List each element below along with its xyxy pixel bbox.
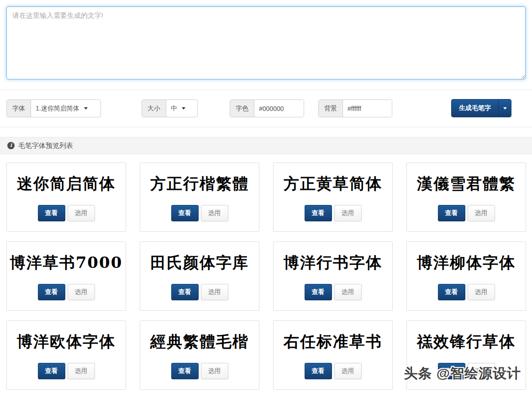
view-button[interactable]: 查看 xyxy=(171,363,199,379)
card-actions: 查看 选用 xyxy=(7,363,126,379)
view-button[interactable]: 查看 xyxy=(305,284,332,300)
font-preview-text: 方正行楷繁體 xyxy=(140,163,259,205)
font-preview-text: 漢儀雪君體繁 xyxy=(407,163,526,205)
size-select-group: 大小 中 xyxy=(142,100,198,117)
font-color-input[interactable] xyxy=(259,105,299,112)
font-card: 博洋行书字体 查看 选用 xyxy=(273,241,393,311)
font-card: 經典繁體毛楷 查看 选用 xyxy=(140,320,259,390)
font-card: 漢儀雪君體繁 查看 选用 xyxy=(406,162,526,232)
font-preview-text: 博洋欧体字体 xyxy=(7,321,126,363)
caret-down-icon xyxy=(182,107,185,110)
generate-split-button[interactable]: 生成毛笔字 xyxy=(451,99,511,117)
select-button[interactable]: 选用 xyxy=(201,284,228,300)
card-actions: 查看 选用 xyxy=(274,205,392,221)
view-button[interactable]: 查看 xyxy=(171,205,199,221)
view-button[interactable]: 查看 xyxy=(38,205,65,221)
card-actions: 查看 选用 xyxy=(407,205,526,221)
view-button[interactable]: 查看 xyxy=(438,205,465,221)
view-button[interactable]: 查看 xyxy=(438,284,465,300)
font-select-group: 字体 1.迷你简启简体 xyxy=(6,100,101,117)
generate-dropdown-toggle[interactable] xyxy=(498,100,511,117)
size-select[interactable]: 中 xyxy=(166,100,190,117)
card-actions: 查看 选用 xyxy=(7,284,126,300)
font-card: 方正行楷繁體 查看 选用 xyxy=(140,162,259,232)
select-button[interactable]: 选用 xyxy=(334,363,362,379)
view-button[interactable]: 查看 xyxy=(305,205,332,221)
font-select-value: 1.迷你简启简体 xyxy=(36,105,79,113)
view-button[interactable]: 查看 xyxy=(38,363,65,379)
font-preview-text: 博洋柳体字体 xyxy=(407,242,526,284)
card-actions: 查看 选用 xyxy=(274,363,392,379)
font-select[interactable]: 1.迷你简启简体 xyxy=(31,100,92,117)
card-actions: 查看 选用 xyxy=(140,284,259,300)
font-color-group: 字色 xyxy=(230,100,304,117)
card-actions: 查看 选用 xyxy=(274,284,392,300)
font-preview-text: 方正黄草简体 xyxy=(274,163,392,205)
card-actions: 查看 选用 xyxy=(140,205,259,221)
font-card: 右任标准草书 查看 选用 xyxy=(273,320,393,390)
card-actions: 查看 选用 xyxy=(7,205,126,221)
font-select-label: 字体 xyxy=(7,100,31,117)
view-button[interactable]: 查看 xyxy=(305,363,332,379)
font-card: 迷你简启简体 查看 选用 xyxy=(6,162,126,232)
select-button[interactable]: 选用 xyxy=(68,363,95,379)
font-card: 博洋柳体字体 查看 选用 xyxy=(406,241,526,311)
watermark: 头条 @智绘源设计 xyxy=(404,364,521,383)
caret-down-icon xyxy=(503,107,507,110)
size-select-label: 大小 xyxy=(142,100,166,117)
select-button[interactable]: 选用 xyxy=(201,363,228,379)
preview-list-title: 毛笔字体预览列表 xyxy=(18,141,73,150)
select-button[interactable]: 选用 xyxy=(468,205,495,221)
background-color-field-wrap xyxy=(343,100,392,117)
size-select-value: 中 xyxy=(171,105,177,113)
font-preview-text: 博洋行书字体 xyxy=(274,242,392,284)
card-actions: 查看 选用 xyxy=(407,284,526,300)
font-preview-text: 迷你简启简体 xyxy=(7,163,126,205)
select-button[interactable]: 选用 xyxy=(468,284,495,300)
page: 字体 1.迷你简启简体 大小 中 字色 背景 生成毛笔字 i 毛笔字体预览 xyxy=(0,0,532,393)
select-button[interactable]: 选用 xyxy=(201,205,228,221)
select-button[interactable]: 选用 xyxy=(334,205,362,221)
font-card: 方正黄草简体 查看 选用 xyxy=(273,162,393,232)
view-button[interactable]: 查看 xyxy=(38,284,65,300)
select-button[interactable]: 选用 xyxy=(68,284,95,300)
info-icon: i xyxy=(7,142,15,149)
font-preview-text: 右任标准草书 xyxy=(274,321,392,363)
generate-button[interactable]: 生成毛笔字 xyxy=(452,100,498,117)
preview-list-header: i 毛笔字体预览列表 xyxy=(0,137,532,154)
caret-down-icon xyxy=(84,107,88,110)
select-button[interactable]: 选用 xyxy=(334,284,362,300)
font-preview-text: 禚效锋行草体 xyxy=(407,321,526,363)
text-input[interactable] xyxy=(6,6,526,79)
background-color-input[interactable] xyxy=(348,105,387,112)
font-card: 田氏颜体字库 查看 选用 xyxy=(140,241,259,311)
font-color-label: 字色 xyxy=(230,100,254,117)
divider-toolbar-bottom xyxy=(0,127,532,127)
font-preview-text: 博洋草书7000 xyxy=(7,242,126,284)
font-card: 博洋欧体字体 查看 选用 xyxy=(6,320,126,390)
background-color-group: 背景 xyxy=(318,100,392,117)
font-preview-text: 經典繁體毛楷 xyxy=(140,321,259,363)
font-color-field-wrap xyxy=(254,100,304,117)
select-button[interactable]: 选用 xyxy=(68,205,95,221)
font-preview-text: 田氏颜体字库 xyxy=(140,242,259,284)
card-actions: 查看 选用 xyxy=(140,363,259,379)
view-button[interactable]: 查看 xyxy=(171,284,199,300)
background-color-label: 背景 xyxy=(319,100,343,117)
font-card: 博洋草书7000 查看 选用 xyxy=(6,241,126,311)
divider-top xyxy=(0,89,532,90)
